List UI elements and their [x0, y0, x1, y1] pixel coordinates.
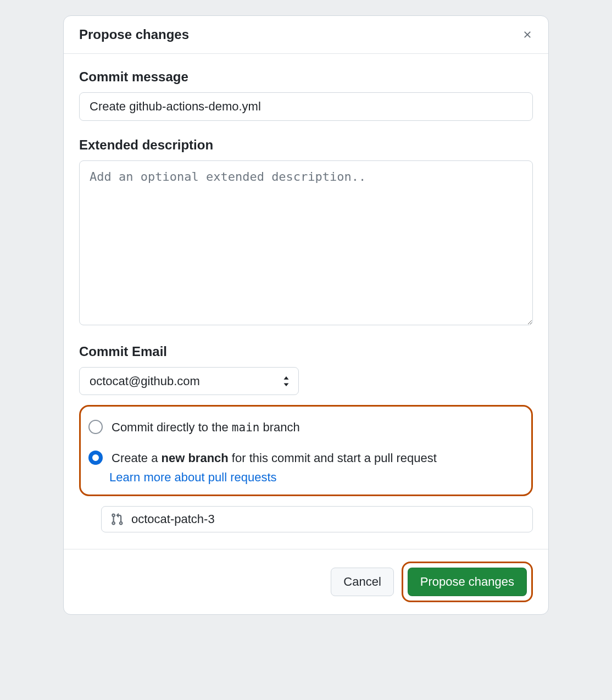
dialog-body: Commit message Extended description Comm…: [64, 54, 548, 549]
extended-description-group: Extended description: [79, 137, 533, 327]
learn-more-link[interactable]: Learn more about pull requests: [109, 470, 277, 485]
dialog-header: Propose changes: [64, 16, 548, 54]
create-branch-suffix: for this commit and start a pull request: [229, 451, 437, 465]
commit-message-label: Commit message: [79, 69, 533, 85]
propose-changes-highlight: Propose changes: [402, 562, 533, 602]
commit-message-group: Commit message: [79, 69, 533, 121]
dialog-title: Propose changes: [79, 27, 189, 42]
commit-message-input[interactable]: [79, 92, 533, 121]
propose-changes-dialog: Propose changes Commit message Extended …: [63, 15, 549, 615]
dialog-footer: Cancel Propose changes: [64, 549, 548, 614]
commit-direct-radio-row[interactable]: Commit directly to the main branch: [86, 415, 526, 440]
extended-description-label: Extended description: [79, 137, 533, 153]
propose-changes-button[interactable]: Propose changes: [408, 568, 527, 596]
commit-direct-branch: main: [232, 421, 260, 434]
create-branch-bold: new branch: [162, 451, 229, 465]
branch-name-input[interactable]: [131, 512, 524, 526]
commit-email-select-wrap: octocat@github.com: [79, 367, 299, 395]
extended-description-textarea[interactable]: [79, 160, 533, 325]
commit-direct-prefix: Commit directly to the: [112, 420, 232, 434]
branch-name-input-wrap: [101, 506, 533, 532]
commit-direct-suffix: branch: [259, 420, 299, 434]
close-icon[interactable]: [522, 29, 533, 40]
radio-unselected-icon[interactable]: [88, 420, 103, 434]
create-branch-prefix: Create a: [112, 451, 162, 465]
commit-direct-label: Commit directly to the main branch: [112, 419, 300, 436]
commit-email-select[interactable]: octocat@github.com: [79, 367, 299, 395]
create-branch-label: Create a new branch for this commit and …: [112, 449, 437, 467]
radio-selected-icon[interactable]: [88, 451, 103, 465]
commit-email-label: Commit Email: [79, 344, 533, 359]
commit-email-group: Commit Email octocat@github.com: [79, 344, 533, 395]
cancel-button[interactable]: Cancel: [331, 568, 393, 596]
branch-choice-group: Commit directly to the main branch Creat…: [79, 405, 533, 496]
create-branch-radio-row[interactable]: Create a new branch for this commit and …: [86, 446, 526, 470]
git-pull-request-icon: [110, 513, 124, 526]
